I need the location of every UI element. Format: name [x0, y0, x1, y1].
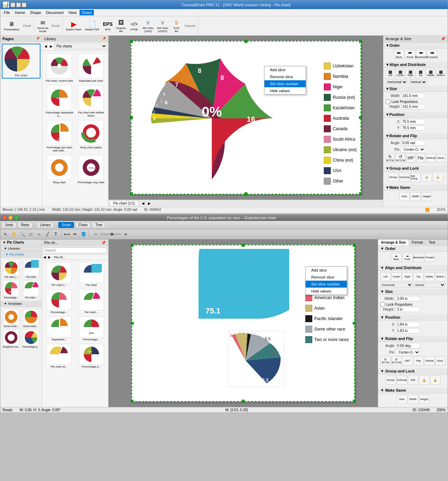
tab-arrange-size[interactable]: Arrange & Size [378, 239, 409, 245]
page-tab[interactable]: Pie chart (1/1) [110, 201, 138, 206]
lib-back-btn[interactable]: ◀ [43, 44, 48, 49]
rotate-section-2[interactable]: ▼ Rotate and Flip [378, 336, 448, 342]
circle-tool[interactable]: ○ [35, 230, 43, 238]
flip-btn-2[interactable]: Flip [413, 356, 424, 365]
zoom-tool-btn[interactable]: 🔍 [18, 230, 26, 238]
list-item[interactable]: 25% Percentage... [2, 280, 21, 299]
list-item[interactable]: Ring chart (table) [76, 119, 106, 153]
same-size-btn[interactable]: Size [399, 192, 410, 201]
handle-bottom-right[interactable] [353, 400, 356, 402]
line-tool[interactable]: ╱ [44, 230, 51, 238]
list-item[interactable]: Arrow circle... [2, 308, 21, 328]
y-input-2[interactable] [396, 328, 420, 333]
same-size-btn-2[interactable]: Size [397, 395, 407, 404]
backward-btn-2[interactable]: Backward [413, 253, 424, 262]
zoom-out-btn[interactable]: − [92, 230, 99, 238]
size-section[interactable]: ▼ Size [383, 86, 448, 92]
lib-dropdown[interactable]: Pie charts [54, 43, 107, 49]
horiz-btn-2[interactable]: Horiz. [435, 356, 446, 365]
ungroup-btn-2[interactable]: UnGroup [397, 376, 407, 385]
tab-text[interactable]: Text [426, 239, 438, 245]
list-item[interactable]: Percentage p... [22, 329, 41, 349]
back-btn[interactable]: ⬅Back [394, 50, 404, 59]
y-input[interactable] [401, 125, 425, 131]
forward-btn[interactable]: ➡Forward [427, 50, 438, 59]
send-email-btn[interactable]: ✉ Send viaEmail [36, 18, 50, 34]
group-section[interactable]: ▼ Group and Lock [383, 165, 448, 171]
rotate-cw-btn-2[interactable]: ↻90°CW [380, 356, 391, 365]
list-item[interactable]: 50% Percentage separated p... [44, 84, 75, 118]
rotate-180-btn-2[interactable]: 180° [402, 356, 413, 365]
position-section[interactable]: ▼ Position [383, 112, 448, 118]
group-btn[interactable]: Group [388, 173, 398, 182]
forward-btn-2[interactable]: Forward [425, 253, 435, 262]
handle-bottom-left[interactable] [130, 192, 133, 195]
ctx-hide-values-2[interactable]: Hide values [306, 288, 347, 295]
handle-right[interactable] [353, 322, 356, 325]
ctx-remove-slice[interactable]: Remove slice [264, 73, 306, 80]
menu-shape[interactable]: Shape [28, 10, 43, 15]
ctx-hide-values[interactable]: Hide values [264, 87, 306, 94]
handle-left[interactable] [130, 116, 133, 119]
menu-share[interactable]: Share [80, 10, 94, 15]
list-item[interactable]: Separated pie chart [76, 53, 106, 83]
horizontal-select-2[interactable]: Horizontal [380, 283, 413, 287]
lock-proportions-check[interactable] [386, 99, 390, 104]
rotate-ccw-btn[interactable]: ↺90°CCW [395, 154, 405, 163]
ungroup-btn[interactable]: UnGroup [399, 173, 410, 182]
rect-tool[interactable]: □ [27, 230, 35, 238]
handle-top-right[interactable] [359, 40, 362, 43]
horizontal-btn[interactable]: Horiz. [436, 154, 446, 163]
list-item[interactable]: Pie chart [76, 261, 107, 287]
list-item[interactable]: Pie chart... [76, 289, 107, 314]
list-item[interactable]: Percentage... [44, 289, 75, 314]
handle-top-right[interactable] [353, 244, 356, 247]
pointer-tool[interactable]: ↖ [2, 230, 9, 238]
x-input-2[interactable] [396, 322, 420, 327]
order-section-2[interactable]: ▼ Order [378, 246, 448, 252]
scroll-left[interactable]: ◀ [142, 201, 144, 205]
align-bottom-btn-2[interactable]: Bottom [435, 272, 446, 281]
size-section-2[interactable]: ▼ Size [378, 289, 448, 295]
list-item[interactable]: Pie chart (... [44, 261, 75, 287]
handle-bottom-left[interactable] [131, 400, 134, 402]
minimize-btn[interactable]: ─ [10, 2, 15, 7]
ms-visio-vdx-btn[interactable]: V MS Visio(VDX) [141, 18, 155, 34]
presentation-btn[interactable]: 🖥 Presentation [2, 19, 21, 32]
scroll-tool[interactable]: ✋ [10, 230, 18, 238]
tab-format[interactable]: Format [409, 239, 426, 245]
lib-forward-btn[interactable]: ▶ [49, 44, 54, 49]
pages-pin[interactable]: 📌 [36, 37, 40, 41]
ctx-remove-slice-2[interactable]: Remove slice [306, 274, 347, 281]
make-same-section[interactable]: ▼ Make Same [383, 185, 448, 191]
same-width-btn-2[interactable]: Width [408, 395, 418, 404]
library-btn[interactable]: Library [37, 222, 54, 228]
align-top-btn[interactable]: ⬛Top [416, 69, 425, 78]
ctx-add-slice[interactable]: Add slice [264, 66, 306, 73]
search-input[interactable] [43, 247, 107, 253]
height-input-2[interactable] [396, 307, 420, 312]
scroll-right[interactable]: ▶ [148, 201, 151, 205]
align-right-btn[interactable]: ⬛Right [406, 69, 415, 78]
bl-pin[interactable]: 📌 [101, 240, 106, 245]
make-same-section-2[interactable]: ▼ Make Same [378, 387, 448, 393]
list-item[interactable]: Donut chart ... [22, 308, 41, 328]
zoom-slider-thumb[interactable] [111, 233, 113, 236]
menu-view[interactable]: View [66, 10, 79, 15]
handle-bottom[interactable] [242, 400, 245, 402]
handle-bottom[interactable] [245, 192, 247, 195]
lock-btn[interactable]: 🔒 [421, 173, 432, 182]
unlock-btn-2[interactable]: 🔓 [430, 376, 441, 385]
width-input[interactable] [401, 93, 425, 98]
front-btn[interactable]: ➡Front [405, 50, 415, 59]
maximize-btn[interactable]: □ [16, 2, 21, 7]
pie-charts-sub[interactable]: ▼ Pie Charts [0, 252, 42, 258]
minimize-traffic-light[interactable] [8, 216, 13, 220]
same-height-btn[interactable]: Height [421, 192, 432, 201]
list-item[interactable]: 25% Percentage pie chart with shift... [44, 119, 75, 153]
lock-check-2[interactable] [380, 302, 385, 307]
same-width-btn[interactable]: Width [410, 192, 421, 201]
rotate-ccw-btn-2[interactable]: ↺90°CCW [391, 356, 402, 365]
align-middle-btn[interactable]: ⬛Middle [426, 69, 435, 78]
align-section[interactable]: ▼ Align and Distribute [383, 62, 448, 68]
